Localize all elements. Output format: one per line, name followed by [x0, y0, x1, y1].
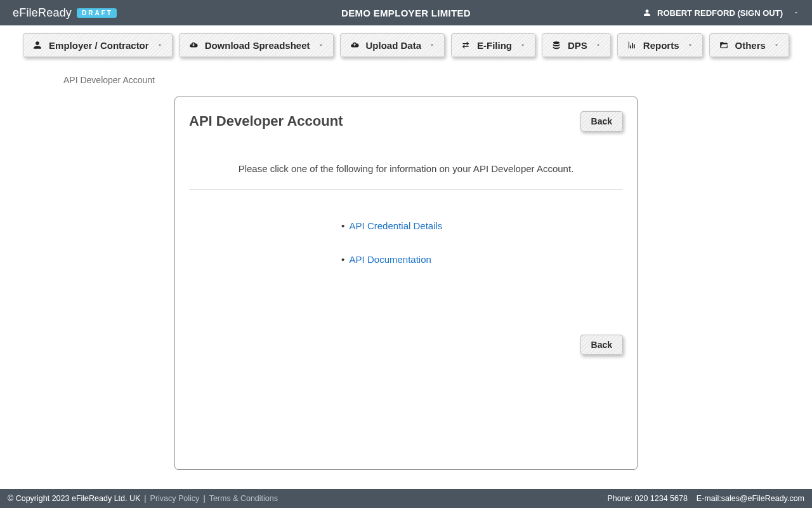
chevron-down-icon	[687, 42, 693, 48]
card-footer: Back	[189, 335, 623, 355]
menu-upload-data[interactable]: Upload Data	[340, 33, 445, 57]
menu-label: Others	[735, 40, 766, 51]
separator: |	[144, 494, 146, 503]
cloud-download-icon	[188, 41, 199, 50]
bullet-icon: •	[341, 254, 344, 265]
main-content: API Developer Account Back Please click …	[0, 85, 812, 489]
menu-dps[interactable]: DPS	[542, 33, 611, 57]
chevron-down-icon	[429, 42, 435, 48]
chevron-down-icon	[595, 42, 601, 48]
card-header: API Developer Account Back	[189, 111, 623, 131]
api-developer-card: API Developer Account Back Please click …	[174, 97, 638, 470]
list-item: • API Documentation	[189, 250, 623, 284]
folder-open-icon	[719, 41, 729, 50]
footer-email-label: E-mail:	[697, 494, 721, 503]
separator: |	[203, 494, 205, 503]
menu-employer-contractor[interactable]: Employer / Contractor	[23, 33, 173, 57]
chevron-down-icon	[793, 10, 799, 16]
menu-label: Download Spreadsheet	[205, 40, 310, 51]
bullet-icon: •	[341, 220, 344, 231]
list-item: • API Credential Details	[189, 217, 623, 250]
menu-label: Upload Data	[366, 40, 422, 51]
footer-copyright: © Copyright 2023 eFileReady Ltd. UK	[8, 494, 140, 503]
footer: © Copyright 2023 eFileReady Ltd. UK | Pr…	[0, 489, 812, 508]
database-icon	[551, 41, 561, 50]
back-button-top[interactable]: Back	[580, 111, 623, 131]
footer-terms-link[interactable]: Terms & Conditions	[209, 494, 278, 503]
back-button-bottom[interactable]: Back	[580, 335, 623, 355]
footer-contact: Phone: 020 1234 5678 E-mail:sales@eFileR…	[607, 494, 804, 503]
user-icon	[643, 9, 651, 17]
user-label: ROBERT REDFORD (SIGN OUT)	[657, 8, 783, 18]
card-title: API Developer Account	[189, 113, 343, 130]
brand: eFileReady DRAFT	[13, 6, 117, 20]
footer-phone: Phone: 020 1234 5678	[607, 494, 688, 503]
menu-label: E-Filing	[477, 40, 512, 51]
bar-chart-icon	[627, 41, 637, 50]
footer-privacy-link[interactable]: Privacy Policy	[150, 494, 200, 503]
user-icon	[32, 41, 43, 50]
chevron-down-icon	[318, 42, 324, 48]
menu-reports[interactable]: Reports	[617, 33, 703, 57]
main-menu: Employer / Contractor Download Spreadshe…	[0, 25, 812, 57]
menu-download-spreadsheet[interactable]: Download Spreadsheet	[179, 33, 334, 57]
company-name: DEMO EMPLOYER LIMITED	[341, 8, 471, 18]
chevron-down-icon	[520, 42, 526, 48]
topbar: eFileReady DRAFT DEMO EMPLOYER LIMITED R…	[0, 0, 812, 25]
card-links: • API Credential Details • API Documenta…	[189, 190, 623, 335]
card-intro-text: Please click one of the following for in…	[189, 131, 623, 190]
chevron-down-icon	[773, 42, 780, 48]
menu-label: Reports	[643, 40, 679, 51]
brand-name: eFileReady	[13, 6, 72, 20]
chevron-down-icon	[157, 42, 163, 48]
menu-label: DPS	[568, 40, 587, 51]
cloud-upload-icon	[350, 41, 360, 50]
menu-efiling[interactable]: E-Filing	[451, 33, 535, 57]
breadcrumb: API Developer Account	[0, 57, 812, 85]
user-menu[interactable]: ROBERT REDFORD (SIGN OUT)	[643, 8, 799, 18]
draft-badge: DRAFT	[77, 8, 117, 18]
menu-label: Employer / Contractor	[49, 40, 149, 51]
menu-others[interactable]: Others	[709, 33, 789, 57]
link-api-credential-details[interactable]: API Credential Details	[350, 220, 443, 231]
link-api-documentation[interactable]: API Documentation	[350, 254, 431, 265]
footer-email-link[interactable]: sales@eFileReady.com	[721, 494, 804, 503]
exchange-icon	[461, 41, 471, 50]
